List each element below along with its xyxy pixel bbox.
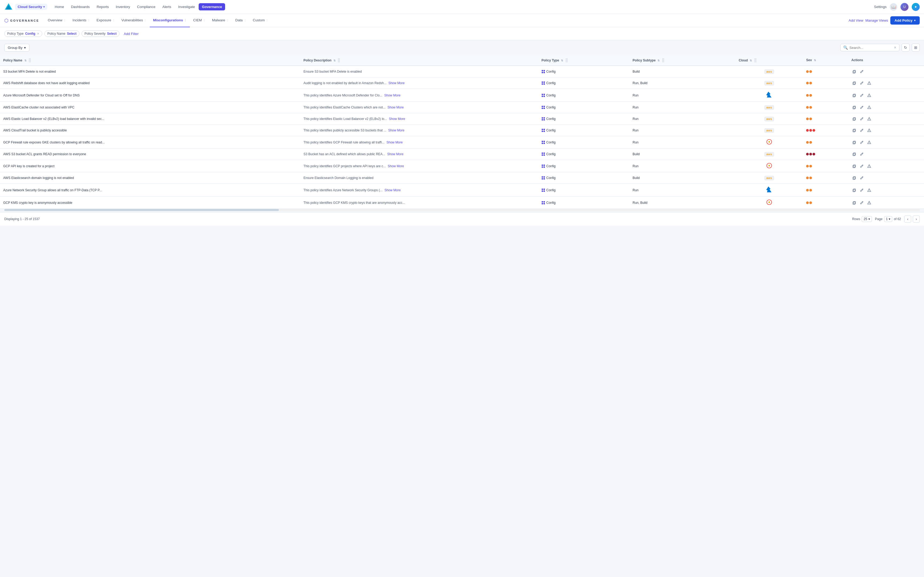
- chevron-down-icon: ▾: [24, 46, 26, 50]
- add-filter-button[interactable]: Add Filter: [122, 31, 141, 37]
- clone-button[interactable]: [851, 105, 857, 110]
- alert-button[interactable]: [866, 105, 872, 110]
- sort-icon[interactable]: ⇅: [814, 59, 816, 62]
- clone-button[interactable]: [851, 127, 857, 133]
- manage-views-button[interactable]: Manage Views: [866, 18, 888, 23]
- aws-cloud-badge: aws: [764, 69, 774, 74]
- edit-button[interactable]: [859, 175, 865, 181]
- clone-button[interactable]: [851, 200, 857, 206]
- clone-button[interactable]: [851, 187, 857, 193]
- clone-button[interactable]: [851, 116, 857, 122]
- edit-button[interactable]: [859, 80, 865, 86]
- show-more-button[interactable]: Show More: [389, 117, 405, 121]
- tab-vulnerabilities[interactable]: Vulnerabilities ⋮: [118, 14, 150, 27]
- add-view-button[interactable]: Add View: [849, 18, 863, 23]
- show-more-button[interactable]: Show More: [386, 140, 403, 144]
- edit-button[interactable]: [859, 139, 865, 145]
- tab-custom[interactable]: Custom ⋮: [250, 14, 272, 27]
- tab-overview[interactable]: Overview ⋮: [45, 14, 69, 27]
- edit-button[interactable]: [859, 200, 865, 206]
- tab-malware[interactable]: Malware ⋮: [209, 14, 232, 27]
- clone-button[interactable]: [851, 151, 857, 157]
- sort-icon[interactable]: ⇅: [24, 59, 26, 62]
- nav-governance[interactable]: Governance: [199, 3, 225, 10]
- policy-subtype-text: Run: [633, 164, 638, 168]
- show-more-button[interactable]: Show More: [388, 105, 404, 109]
- show-more-button[interactable]: Show More: [384, 188, 401, 192]
- page-select-box[interactable]: 1 ▾: [884, 216, 892, 222]
- tab-misconfigurations[interactable]: Misconfigurations ⋮: [150, 14, 190, 27]
- edit-button[interactable]: [859, 127, 865, 133]
- alert-button[interactable]: [866, 80, 872, 86]
- alert-button[interactable]: [866, 187, 872, 193]
- sort-icon[interactable]: ⇅: [333, 59, 336, 62]
- filter-value: Select: [107, 32, 116, 35]
- edit-button[interactable]: [859, 92, 865, 98]
- book-icon-btn[interactable]: 📖: [890, 3, 897, 11]
- nav-investigate[interactable]: Investigate: [175, 3, 198, 10]
- clone-button[interactable]: [851, 92, 857, 98]
- nav-compliance[interactable]: Compliance: [134, 3, 159, 10]
- avatar[interactable]: U: [900, 3, 908, 11]
- alert-button[interactable]: [866, 200, 872, 206]
- policy-type-filter[interactable]: Policy Type Config ✕: [4, 31, 42, 37]
- tab-exposure[interactable]: Exposure ⋮: [93, 14, 118, 27]
- tab-data[interactable]: Data ⋮: [232, 14, 249, 27]
- policy-desc-cell: Ensure S3 bucket MFA Delete is enabled: [300, 66, 538, 77]
- settings-link[interactable]: Settings: [874, 5, 887, 9]
- alert-button[interactable]: [866, 116, 872, 122]
- sub-nav-actions: Add View Manage Views Add Policy ▾: [849, 16, 920, 24]
- clone-button[interactable]: [851, 69, 857, 74]
- edit-button[interactable]: [859, 151, 865, 157]
- nav-home[interactable]: Home: [52, 3, 67, 10]
- alert-button[interactable]: [866, 127, 872, 133]
- sort-icon[interactable]: ⇅: [657, 59, 659, 62]
- filter-label: Policy Name: [47, 32, 65, 35]
- edit-button[interactable]: [859, 163, 865, 169]
- alert-button[interactable]: [866, 163, 872, 169]
- next-page-button[interactable]: ›: [913, 216, 920, 222]
- alert-button[interactable]: [866, 92, 872, 98]
- azure-cloud-badge: [766, 92, 772, 99]
- scrollbar-thumb[interactable]: [4, 209, 279, 211]
- policy-name-filter[interactable]: Policy Name Select: [44, 31, 79, 37]
- nav-inventory[interactable]: Inventory: [113, 3, 133, 10]
- clone-button[interactable]: [851, 80, 857, 86]
- edit-button[interactable]: [859, 69, 865, 74]
- app-switcher[interactable]: Cloud Security ▾: [15, 4, 47, 10]
- policy-severity-filter[interactable]: Policy Severity Select: [82, 31, 120, 37]
- show-more-button[interactable]: Show More: [388, 129, 404, 132]
- tab-incidents[interactable]: Incidents ⋮: [69, 14, 93, 27]
- sort-icon[interactable]: ⇅: [750, 59, 752, 62]
- edit-button[interactable]: [859, 116, 865, 122]
- show-more-button[interactable]: Show More: [384, 93, 401, 97]
- group-by-button[interactable]: Group By ▾: [4, 44, 29, 52]
- nav-reports[interactable]: Reports: [94, 3, 112, 10]
- config-type-icon: [541, 70, 545, 73]
- columns-button[interactable]: ⊞: [912, 44, 920, 52]
- tab-ciem[interactable]: CIEM ⋮: [190, 14, 209, 27]
- show-more-button[interactable]: Show More: [388, 81, 405, 85]
- nav-alerts[interactable]: Alerts: [159, 3, 174, 10]
- close-icon[interactable]: ✕: [37, 32, 39, 35]
- actions-cell: [848, 184, 924, 197]
- clone-button[interactable]: [851, 163, 857, 169]
- add-policy-button[interactable]: Add Policy ▾: [890, 16, 920, 24]
- horizontal-scrollbar[interactable]: [4, 209, 920, 211]
- show-more-button[interactable]: Show More: [388, 164, 404, 168]
- show-more-button[interactable]: Show More: [387, 152, 404, 156]
- sort-icon[interactable]: ⇅: [561, 59, 563, 62]
- svg-rect-24: [542, 106, 543, 107]
- prev-page-button[interactable]: ‹: [904, 216, 911, 222]
- edit-button[interactable]: [859, 105, 865, 110]
- search-input[interactable]: [850, 46, 892, 50]
- refresh-button[interactable]: ↻: [901, 44, 909, 52]
- ai-assistant-icon[interactable]: ✦: [912, 3, 920, 11]
- clear-search-icon[interactable]: ✕: [894, 46, 897, 50]
- clone-button[interactable]: [851, 175, 857, 181]
- clone-button[interactable]: [851, 139, 857, 145]
- nav-dashboards[interactable]: Dashboards: [68, 3, 93, 10]
- rows-select-box[interactable]: 25 ▾: [862, 216, 872, 222]
- alert-button[interactable]: [866, 139, 872, 145]
- edit-button[interactable]: [859, 187, 865, 193]
